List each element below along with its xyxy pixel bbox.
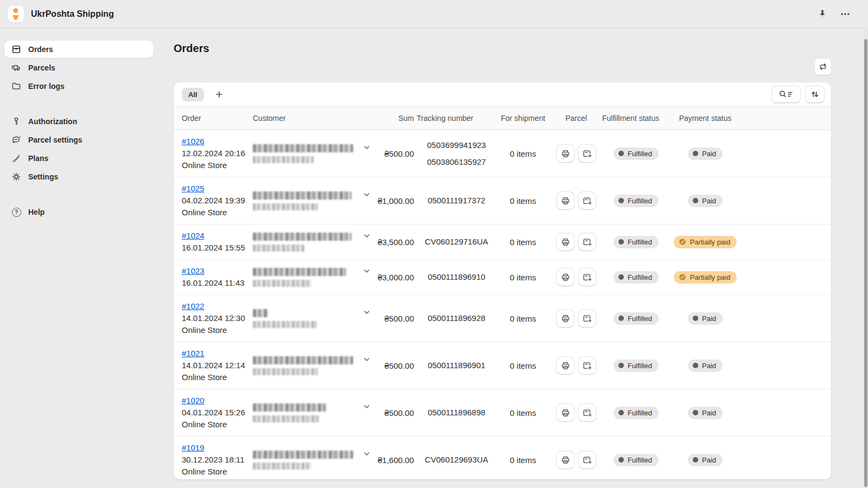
sort-arrows-icon <box>809 89 820 100</box>
sidebar-item-plans[interactable]: Plans <box>4 150 154 167</box>
create-parcel-button[interactable] <box>578 268 596 286</box>
fulfillment-cell: Fulfilled <box>602 454 670 466</box>
sidebar-item-settings[interactable]: Settings <box>4 168 154 185</box>
status-dot <box>618 457 624 463</box>
create-parcel-button[interactable] <box>578 451 596 469</box>
tracking-cell: CV060129716UA <box>417 237 496 247</box>
sidebar-item-parcels[interactable]: Parcels <box>4 59 154 76</box>
pin-app-button[interactable] <box>815 7 830 22</box>
col-order: Order <box>182 114 253 123</box>
printer-icon <box>560 149 571 159</box>
status-dot <box>618 151 624 156</box>
tracking-number: 0500111896898 <box>417 408 496 418</box>
sidebar-item-label: Authorization <box>28 117 77 126</box>
chevron-down-icon[interactable] <box>362 355 371 364</box>
col-payment: Payment status <box>673 114 738 123</box>
customer-phone-blurred <box>253 156 314 163</box>
order-link[interactable]: #1026 <box>182 136 205 147</box>
order-link[interactable]: #1023 <box>182 265 205 277</box>
order-link[interactable]: #1022 <box>182 300 205 312</box>
sidebar-item-parcel-settings[interactable]: Parcel settings <box>4 131 154 149</box>
customer-cell <box>253 191 374 210</box>
partially-paid-icon <box>679 238 686 246</box>
for-shipment-count: 0 items <box>496 149 550 158</box>
create-parcel-button[interactable] <box>578 403 596 422</box>
tracking-cell: 0500111917372 <box>417 196 496 206</box>
chevron-down-icon[interactable] <box>362 143 371 152</box>
sidebar: Orders Parcels Error logs <box>0 29 158 488</box>
print-label-button[interactable] <box>556 191 575 210</box>
order-cell: #1025 04.02.2024 19:39 Online Store <box>182 177 253 224</box>
for-shipment-count: 0 items <box>496 196 550 206</box>
customer-cell <box>253 144 374 163</box>
fulfillment-label: Fulfilled <box>628 150 652 158</box>
status-dot <box>693 151 698 156</box>
print-label-button[interactable] <box>556 451 575 469</box>
order-channel: Online Store <box>182 324 253 336</box>
fulfillment-cell: Fulfilled <box>602 147 670 160</box>
print-label-button[interactable] <box>556 356 575 375</box>
customer-cell <box>253 356 374 375</box>
sidebar-item-orders[interactable]: Orders <box>4 41 154 58</box>
print-label-button[interactable] <box>556 309 575 328</box>
order-link[interactable]: #1024 <box>182 230 205 242</box>
chat-settings-icon <box>11 134 22 145</box>
parcel-actions <box>556 451 597 469</box>
add-view-button[interactable] <box>212 87 227 102</box>
sidebar-item-error-logs[interactable]: Error logs <box>4 78 154 95</box>
fulfillment-label: Fulfilled <box>628 409 652 417</box>
status-dot <box>693 316 698 321</box>
sort-button[interactable] <box>805 86 825 103</box>
order-sum: ₴1,000.00 <box>374 196 414 206</box>
create-parcel-button[interactable] <box>578 233 596 251</box>
create-parcel-button[interactable] <box>578 144 596 163</box>
more-menu-button[interactable] <box>838 7 853 22</box>
create-parcel-button[interactable] <box>578 191 596 210</box>
col-tracking: Tracking number <box>417 114 496 123</box>
chevron-down-icon[interactable] <box>362 308 371 317</box>
payment-label: Partially paid <box>690 238 730 246</box>
parcel-actions <box>556 356 597 375</box>
print-label-button[interactable] <box>556 233 575 251</box>
tab-all[interactable]: All <box>182 88 204 101</box>
customer-name-blurred <box>253 191 352 200</box>
filter-tabs: All <box>174 82 831 106</box>
main-content: Orders All <box>158 29 868 488</box>
orders-card: All <box>174 82 831 479</box>
key-icon <box>11 116 22 127</box>
chevron-down-icon[interactable] <box>362 232 371 240</box>
order-cell: #1026 12.02.2024 20:16 Online Store <box>182 130 253 177</box>
customer-cell <box>253 403 374 422</box>
fulfillment-cell: Fulfilled <box>602 195 670 207</box>
label-add-icon <box>582 361 592 371</box>
order-link[interactable]: #1025 <box>182 183 205 195</box>
create-parcel-button[interactable] <box>578 356 596 375</box>
chevron-down-icon[interactable] <box>362 402 371 411</box>
sidebar-item-authorization[interactable]: Authorization <box>4 113 154 130</box>
parcel-actions <box>556 268 597 286</box>
chevron-down-icon[interactable] <box>362 450 371 458</box>
fulfillment-badge: Fulfilled <box>614 407 659 419</box>
scrollbar-thumb[interactable] <box>864 39 867 487</box>
order-link[interactable]: #1020 <box>182 395 205 407</box>
order-link[interactable]: #1021 <box>182 348 205 359</box>
chevron-down-icon[interactable] <box>362 267 371 275</box>
tracking-cell: 0500111896910 <box>417 272 496 282</box>
chevron-down-icon[interactable] <box>362 190 371 199</box>
create-parcel-button[interactable] <box>578 309 596 328</box>
print-label-button[interactable] <box>556 144 575 163</box>
col-parcel: Parcel <box>556 114 597 123</box>
sidebar-item-help[interactable]: ? Help <box>4 203 154 221</box>
refresh-button[interactable] <box>814 58 832 75</box>
sidebar-item-label: Plans <box>28 154 48 163</box>
payment-badge: Partially paid <box>674 236 737 248</box>
order-link[interactable]: #1019 <box>182 442 205 454</box>
payment-label: Paid <box>702 197 716 205</box>
print-label-button[interactable] <box>556 403 575 422</box>
col-customer: Customer <box>253 114 374 123</box>
order-sum: ₴3,500.00 <box>374 237 414 247</box>
search-filter-button[interactable] <box>771 86 801 103</box>
print-label-button[interactable] <box>556 268 575 286</box>
label-add-icon <box>582 196 592 206</box>
vertical-scrollbar[interactable] <box>864 29 868 488</box>
